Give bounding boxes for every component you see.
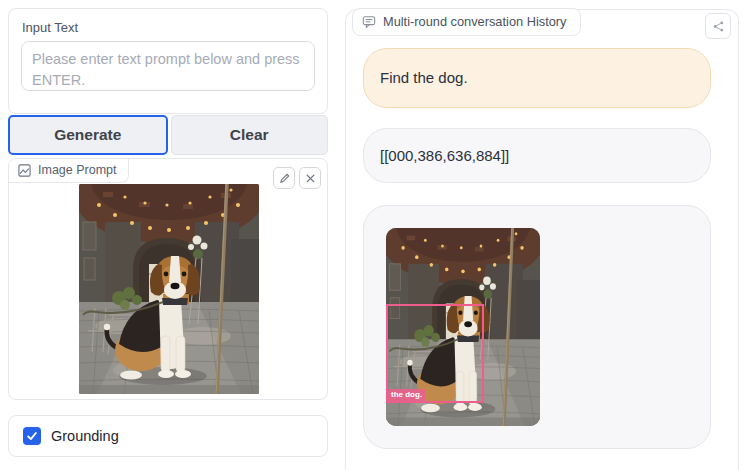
grounding-label: Grounding — [51, 428, 119, 444]
assistant-message-image: the dog. — [363, 205, 711, 449]
conversation-messages[interactable]: Find the dog. [[000,386,636,884]] the do… — [346, 10, 738, 470]
input-text-block: Input Text — [8, 8, 328, 114]
detection-box-label: the dog. — [388, 389, 425, 401]
image-toolbar — [273, 167, 321, 189]
image-icon — [18, 164, 31, 177]
remove-image-button[interactable] — [299, 167, 321, 189]
assistant-message-coordinates: [[000,386,636,884]] — [363, 128, 711, 184]
input-text-label: Input Text — [9, 9, 327, 41]
generate-button[interactable]: Generate — [8, 115, 168, 155]
close-icon — [305, 173, 316, 184]
pencil-icon — [278, 172, 291, 185]
check-icon — [26, 430, 38, 442]
grounding-block: Grounding — [8, 415, 328, 457]
action-buttons-row: Generate Clear — [8, 115, 328, 155]
image-prompt-block: Image Prompt — [8, 158, 328, 400]
prompt-input[interactable] — [21, 41, 315, 91]
app-window: Input Text Generate Clear Image Prompt — [0, 0, 748, 470]
edit-image-button[interactable] — [273, 167, 295, 189]
grounding-checkbox[interactable] — [23, 427, 41, 445]
result-image-dog[interactable]: the dog. — [386, 228, 540, 426]
image-prompt-label: Image Prompt — [38, 163, 117, 177]
conversation-panel: Multi-round conversation History Find th… — [345, 9, 739, 470]
detection-bounding-box: the dog. — [386, 304, 484, 403]
prompt-image-dog[interactable] — [79, 184, 259, 394]
clear-button[interactable]: Clear — [171, 115, 329, 155]
user-message: Find the dog. — [363, 48, 711, 108]
image-prompt-badge: Image Prompt — [9, 159, 129, 183]
